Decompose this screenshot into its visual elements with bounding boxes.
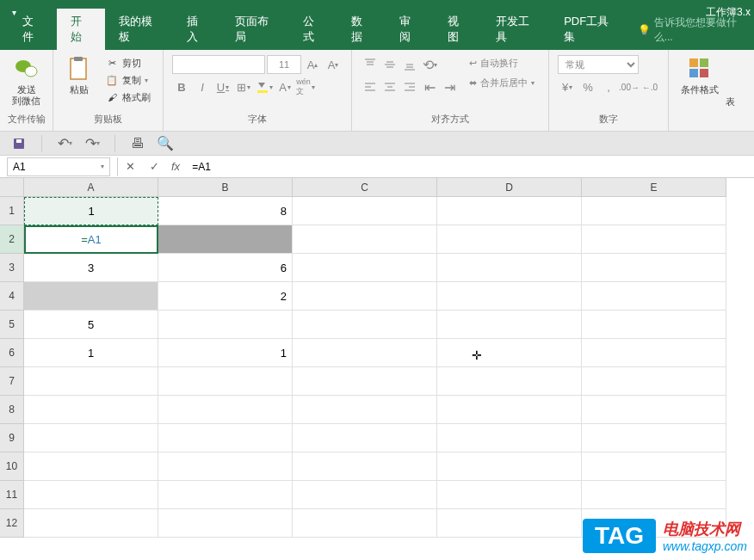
cell-D10[interactable] — [437, 452, 582, 481]
menu-insert[interactable]: 插入 — [173, 9, 221, 50]
menu-formulas[interactable]: 公式 — [289, 9, 337, 50]
menu-file[interactable]: 文件 — [9, 9, 57, 50]
phonetic-button[interactable]: wén文 — [296, 77, 315, 96]
cell-A5[interactable]: 5 — [24, 311, 158, 339]
cell-E2[interactable] — [582, 225, 726, 254]
cell-C10[interactable] — [293, 452, 437, 481]
cell-E10[interactable] — [582, 452, 726, 481]
cancel-formula-button[interactable]: ✕ — [118, 157, 142, 176]
cell-D5[interactable] — [437, 311, 582, 339]
increase-decimal-button[interactable]: .00→ — [620, 77, 639, 96]
cells-area[interactable]: 18=A1362511 — [24, 197, 726, 558]
cell-C4[interactable] — [293, 282, 437, 311]
row-header-11[interactable]: 11 — [0, 481, 24, 509]
cell-D1[interactable] — [437, 197, 582, 225]
cell-D3[interactable] — [437, 254, 582, 282]
cell-A6[interactable]: 1 — [24, 339, 158, 367]
cell-D6[interactable] — [437, 339, 582, 367]
cell-C5[interactable] — [293, 311, 437, 339]
menu-page-layout[interactable]: 页面布局 — [221, 9, 290, 50]
row-header-7[interactable]: 7 — [0, 367, 24, 396]
underline-button[interactable]: U — [213, 77, 232, 96]
cell-A1[interactable]: 1 — [24, 197, 158, 225]
percent-button[interactable]: % — [578, 77, 597, 96]
row-header-5[interactable]: 5 — [0, 311, 24, 339]
cell-B4[interactable]: 2 — [158, 282, 293, 311]
fill-color-button[interactable] — [255, 77, 274, 96]
cell-A2[interactable]: =A1 — [24, 225, 158, 254]
number-format-select[interactable]: 常规 — [558, 55, 639, 74]
menu-templates[interactable]: 我的模板 — [105, 9, 174, 50]
cell-A10[interactable] — [24, 452, 158, 481]
font-color-button[interactable]: A — [275, 77, 294, 96]
comma-button[interactable]: , — [599, 77, 618, 96]
increase-font-button[interactable]: A▴ — [303, 55, 322, 74]
cell-B9[interactable] — [158, 424, 293, 452]
cell-E9[interactable] — [582, 424, 726, 452]
undo-button[interactable]: ↶▾ — [54, 134, 75, 153]
merge-center-button[interactable]: ⬌ 合并后居中▾ — [464, 75, 540, 91]
cell-D12[interactable] — [437, 509, 582, 538]
decrease-font-button[interactable]: A▾ — [324, 55, 343, 74]
cell-A7[interactable] — [24, 367, 158, 396]
menu-review[interactable]: 审阅 — [386, 9, 434, 50]
copy-button[interactable]: 📋 复制▾ — [102, 72, 154, 88]
cell-C7[interactable] — [293, 367, 437, 396]
cell-D2[interactable] — [437, 225, 582, 254]
menu-data[interactable]: 数据 — [337, 9, 386, 50]
cell-C1[interactable] — [293, 197, 437, 225]
name-box[interactable]: A1 ▾ — [7, 157, 110, 176]
cell-D8[interactable] — [437, 396, 582, 424]
font-size-select[interactable] — [267, 55, 301, 74]
align-middle-button[interactable] — [380, 55, 399, 74]
cell-D9[interactable] — [437, 424, 582, 452]
cell-E7[interactable] — [582, 367, 726, 396]
cell-E6[interactable] — [582, 339, 726, 367]
cell-E1[interactable] — [582, 197, 726, 225]
print-preview-button[interactable]: 🔍 — [155, 134, 176, 153]
cell-B6[interactable]: 1 — [158, 339, 293, 367]
bold-button[interactable]: B — [172, 77, 191, 96]
conditional-format-button[interactable]: 条件格式 — [676, 53, 724, 97]
row-header-1[interactable]: 1 — [0, 197, 24, 225]
cell-E8[interactable] — [582, 396, 726, 424]
currency-button[interactable]: ¥ — [558, 77, 577, 96]
decrease-indent-button[interactable]: ⇤ — [420, 77, 439, 96]
cell-B10[interactable] — [158, 452, 293, 481]
confirm-formula-button[interactable]: ✓ — [142, 157, 166, 176]
cell-B1[interactable]: 8 — [158, 197, 293, 225]
paste-button[interactable]: 粘贴 — [60, 53, 98, 97]
row-header-10[interactable]: 10 — [0, 452, 24, 481]
italic-button[interactable]: I — [193, 77, 212, 96]
align-bottom-button[interactable] — [400, 55, 419, 74]
cell-A4[interactable] — [24, 282, 158, 311]
fx-icon[interactable]: fx — [166, 160, 185, 173]
cell-A3[interactable]: 3 — [24, 254, 158, 282]
column-header-A[interactable]: A — [24, 178, 158, 197]
wrap-text-button[interactable]: ↩ 自动换行 — [464, 55, 540, 71]
menu-dev-tools[interactable]: 开发工具 — [482, 9, 551, 50]
save-button[interactable] — [9, 134, 29, 153]
orientation-button[interactable]: ⟲▾ — [420, 55, 439, 74]
align-right-button[interactable] — [400, 77, 419, 96]
cell-C12[interactable] — [293, 509, 437, 538]
redo-button[interactable]: ↷▾ — [82, 134, 102, 153]
row-header-9[interactable]: 9 — [0, 424, 24, 452]
menu-pdf-tools[interactable]: PDF工具集 — [550, 9, 628, 50]
cell-C8[interactable] — [293, 396, 437, 424]
cell-B12[interactable] — [158, 509, 293, 538]
increase-indent-button[interactable]: ⇥ — [440, 77, 459, 96]
column-header-B[interactable]: B — [158, 178, 293, 197]
formula-input[interactable] — [185, 157, 754, 176]
cell-B8[interactable] — [158, 396, 293, 424]
row-header-8[interactable]: 8 — [0, 396, 24, 424]
border-button[interactable]: ⊞ — [234, 77, 253, 96]
decrease-decimal-button[interactable]: ←.0 — [640, 77, 659, 96]
column-header-D[interactable]: D — [437, 178, 582, 197]
align-top-button[interactable] — [361, 55, 380, 74]
send-wechat-button[interactable]: 发送 到微信 — [7, 53, 46, 108]
cell-A9[interactable] — [24, 424, 158, 452]
column-header-C[interactable]: C — [293, 178, 437, 197]
cell-B3[interactable]: 6 — [158, 254, 293, 282]
row-header-12[interactable]: 12 — [0, 509, 24, 538]
